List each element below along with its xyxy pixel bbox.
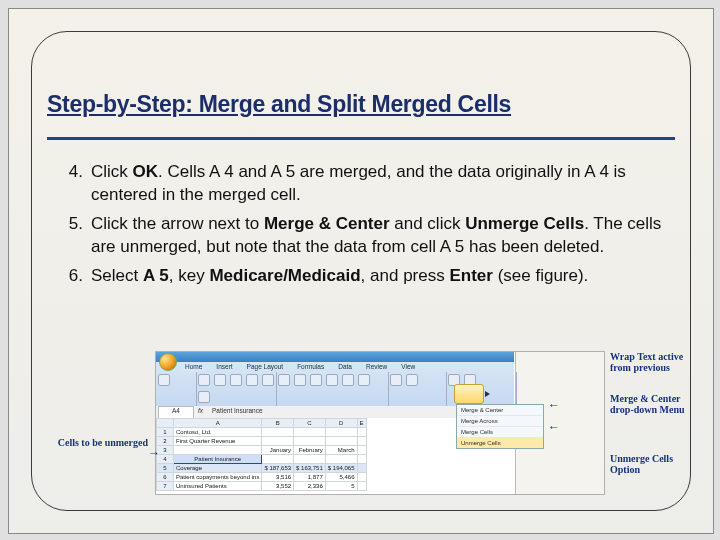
ribbon-group-number: [388, 372, 447, 406]
title-underline: [47, 137, 675, 140]
step-list: 4.Click OK. Cells A 4 and A 5 are merged…: [57, 161, 665, 288]
callout-merge: Merge & Center drop-down Menu: [610, 394, 694, 415]
ribbon-group-font: [196, 372, 277, 406]
ribbon: HomeInsertPage LayoutFormulasDataReviewV…: [156, 362, 514, 407]
ribbon-group-clipboard: [156, 372, 197, 406]
merge-menu-item[interactable]: Unmerge Cells: [457, 438, 543, 448]
formula-value: Patient Insurance: [212, 407, 263, 414]
merge-menu-item[interactable]: Merge & Center: [457, 405, 543, 416]
callout-unmerge: Unmerge Cells Option: [610, 454, 694, 475]
slide: Step-by-Step: Merge and Split Merged Cel…: [8, 8, 714, 534]
office-button-icon: [159, 353, 177, 371]
arrow-icon: →: [148, 446, 160, 460]
ribbon-tabs: HomeInsertPage LayoutFormulasDataReviewV…: [182, 362, 418, 371]
excel-figure: HomeInsertPage LayoutFormulasDataReviewV…: [155, 351, 605, 495]
merge-menu-item[interactable]: Merge Cells: [457, 427, 543, 438]
callout-wrap: Wrap Text active from previous: [610, 352, 694, 373]
callout-cells: Cells to be unmerged: [52, 438, 148, 449]
grid-table: ABCDE1Contoso, Ltd.2First Quarter Revenu…: [156, 418, 367, 491]
merge-dropdown-menu[interactable]: Merge & CenterMerge AcrossMerge CellsUnm…: [456, 404, 544, 449]
body-text: 4.Click OK. Cells A 4 and A 5 are merged…: [57, 161, 665, 294]
title-bar: [156, 352, 514, 362]
arrow-icon: ←: [548, 398, 560, 412]
fx-icon: fx: [198, 407, 203, 414]
arrow-icon: ←: [548, 420, 560, 434]
merge-menu-item[interactable]: Merge Across: [457, 416, 543, 427]
ribbon-group-alignment: [276, 372, 389, 406]
slide-title: Step-by-Step: Merge and Split Merged Cel…: [47, 91, 675, 118]
merge-center-button[interactable]: [454, 384, 484, 404]
